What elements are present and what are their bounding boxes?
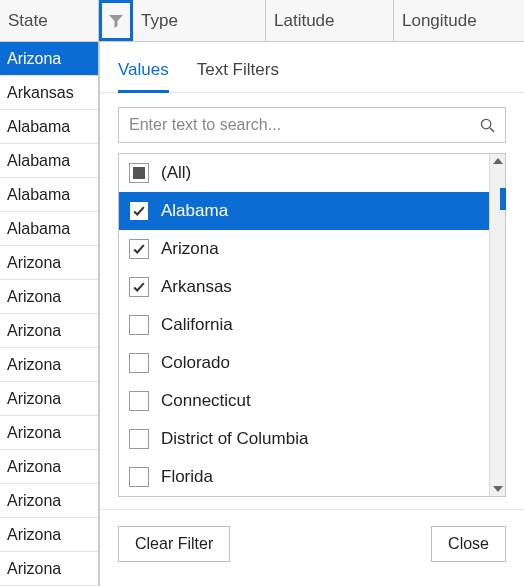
table-row[interactable]: Arizona <box>0 416 98 450</box>
filter-item-label: Arizona <box>161 239 219 259</box>
close-button[interactable]: Close <box>431 526 506 562</box>
table-row[interactable]: Alabama <box>0 144 98 178</box>
checkbox[interactable] <box>129 429 149 449</box>
state-column: ArizonaArkansasAlabamaAlabamaAlabamaAlab… <box>0 42 99 586</box>
column-header-type[interactable]: Type <box>133 0 266 41</box>
filter-item-label: California <box>161 315 233 335</box>
filter-item[interactable]: Arkansas <box>119 268 489 306</box>
filter-item-label: Florida <box>161 467 213 487</box>
filter-item-label: Colorado <box>161 353 230 373</box>
table-row[interactable]: Arizona <box>0 484 98 518</box>
filter-item-label: Arkansas <box>161 277 232 297</box>
scroll-down-icon[interactable] <box>493 486 503 492</box>
checkbox[interactable] <box>129 391 149 411</box>
scroll-marker <box>500 188 506 210</box>
column-header-longitude[interactable]: Longitude <box>394 0 524 41</box>
filter-item[interactable]: (All) <box>119 154 489 192</box>
filter-button[interactable] <box>99 0 133 41</box>
filter-item[interactable]: California <box>119 306 489 344</box>
column-header-latitude[interactable]: Latitude <box>266 0 394 41</box>
filter-item-label: Connecticut <box>161 391 251 411</box>
table-row[interactable]: Arizona <box>0 314 98 348</box>
filter-footer: Clear Filter Close <box>100 509 524 578</box>
checkbox[interactable] <box>129 467 149 487</box>
table-row[interactable]: Arizona <box>0 348 98 382</box>
table-row[interactable]: Arizona <box>0 280 98 314</box>
table-row[interactable]: Arkansas <box>0 76 98 110</box>
filter-icon <box>108 13 124 29</box>
filter-item[interactable]: Florida <box>119 458 489 496</box>
tab-values[interactable]: Values <box>118 60 169 93</box>
table-row[interactable]: Arizona <box>0 552 98 586</box>
filter-list: (All)AlabamaArizonaArkansasCaliforniaCol… <box>118 153 506 497</box>
filter-item-label: Alabama <box>161 201 228 221</box>
table-row[interactable]: Arizona <box>0 450 98 484</box>
checkbox[interactable] <box>129 277 149 297</box>
filter-item[interactable]: Connecticut <box>119 382 489 420</box>
search-box <box>118 107 506 143</box>
checkbox[interactable] <box>129 201 149 221</box>
svg-line-1 <box>490 127 494 131</box>
column-headers: State Type Latitude Longitude <box>0 0 524 42</box>
filter-item-label: (All) <box>161 163 191 183</box>
table-row[interactable]: Alabama <box>0 178 98 212</box>
checkbox[interactable] <box>129 315 149 335</box>
filter-item[interactable]: Colorado <box>119 344 489 382</box>
table-row[interactable]: Arizona <box>0 382 98 416</box>
filter-item[interactable]: District of Columbia <box>119 420 489 458</box>
checkbox[interactable] <box>129 353 149 373</box>
filter-item[interactable]: Alabama <box>119 192 489 230</box>
svg-point-0 <box>481 119 490 128</box>
search-input[interactable] <box>129 116 480 134</box>
checkbox[interactable] <box>129 163 149 183</box>
table-row[interactable]: Arizona <box>0 518 98 552</box>
filter-popup: Values Text Filters (All)AlabamaArizonaA… <box>99 42 524 586</box>
search-icon <box>480 118 495 133</box>
filter-item-label: District of Columbia <box>161 429 308 449</box>
table-row[interactable]: Alabama <box>0 110 98 144</box>
clear-filter-button[interactable]: Clear Filter <box>118 526 230 562</box>
filter-tabs: Values Text Filters <box>100 42 524 93</box>
table-row[interactable]: Alabama <box>0 212 98 246</box>
scroll-up-icon[interactable] <box>493 158 503 164</box>
table-row[interactable]: Arizona <box>0 246 98 280</box>
checkbox[interactable] <box>129 239 149 259</box>
tab-text-filters[interactable]: Text Filters <box>197 60 279 92</box>
filter-item[interactable]: Arizona <box>119 230 489 268</box>
column-header-state[interactable]: State <box>0 0 99 41</box>
table-row[interactable]: Arizona <box>0 42 98 76</box>
